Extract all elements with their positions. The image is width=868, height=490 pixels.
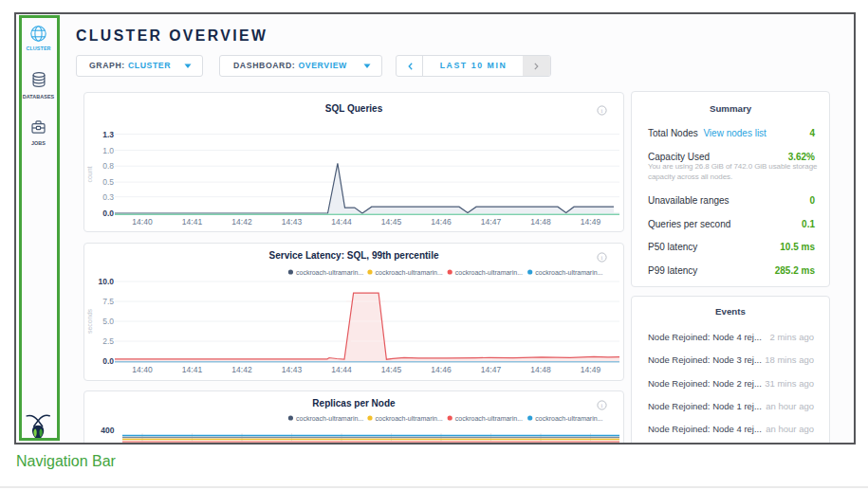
svg-text:14:44: 14:44 <box>331 217 352 227</box>
svg-text:cockroach-ultramarin...: cockroach-ultramarin... <box>376 415 443 422</box>
svg-text:14:42: 14:42 <box>231 365 252 374</box>
svg-text:cockroach-ultramarin...: cockroach-ultramarin... <box>296 269 363 276</box>
svg-text:14:45: 14:45 <box>381 365 402 374</box>
svg-text:cockroach-ultramarin...: cockroach-ultramarin... <box>455 415 523 422</box>
svg-text:1.3: 1.3 <box>102 130 114 139</box>
svg-text:cockroach-ultramarin...: cockroach-ultramarin... <box>376 269 443 276</box>
svg-text:400: 400 <box>101 426 114 435</box>
svg-text:14:44: 14:44 <box>331 365 352 374</box>
svg-text:14:47: 14:47 <box>481 365 502 374</box>
svg-text:0.8: 0.8 <box>102 161 114 171</box>
svg-text:1.0: 1.0 <box>102 146 114 155</box>
svg-text:0.3: 0.3 <box>102 192 114 202</box>
svg-text:10.0: 10.0 <box>98 277 114 286</box>
svg-text:cockroach-ultramarin...: cockroach-ultramarin... <box>535 269 602 276</box>
svg-text:cockroach-ultramarin...: cockroach-ultramarin... <box>296 415 363 422</box>
svg-text:14:40: 14:40 <box>132 217 153 227</box>
svg-text:14:49: 14:49 <box>581 217 601 227</box>
svg-text:5.0: 5.0 <box>102 317 114 326</box>
svg-text:0.5: 0.5 <box>102 177 114 187</box>
svg-text:seconds: seconds <box>86 308 93 334</box>
svg-text:0.0: 0.0 <box>102 209 114 218</box>
svg-text:14:42: 14:42 <box>231 217 252 227</box>
svg-text:14:46: 14:46 <box>431 217 452 227</box>
svg-text:14:48: 14:48 <box>530 365 551 374</box>
svg-text:cockroach-ultramarin...: cockroach-ultramarin... <box>535 415 602 422</box>
svg-text:14:49: 14:49 <box>581 365 601 374</box>
svg-text:14:43: 14:43 <box>282 217 303 227</box>
svg-text:14:45: 14:45 <box>381 217 402 227</box>
svg-text:14:43: 14:43 <box>282 365 303 374</box>
svg-text:14:41: 14:41 <box>182 217 203 227</box>
svg-text:cockroach-ultramarin...: cockroach-ultramarin... <box>455 269 523 276</box>
svg-text:2.5: 2.5 <box>102 336 114 346</box>
svg-text:14:48: 14:48 <box>530 217 551 227</box>
svg-text:14:40: 14:40 <box>132 365 153 374</box>
svg-text:14:46: 14:46 <box>431 365 452 374</box>
svg-text:count: count <box>86 166 93 182</box>
svg-text:7.5: 7.5 <box>102 297 114 306</box>
svg-text:14:41: 14:41 <box>182 365 203 374</box>
svg-text:14:47: 14:47 <box>481 217 502 227</box>
svg-text:0.0: 0.0 <box>102 356 114 366</box>
